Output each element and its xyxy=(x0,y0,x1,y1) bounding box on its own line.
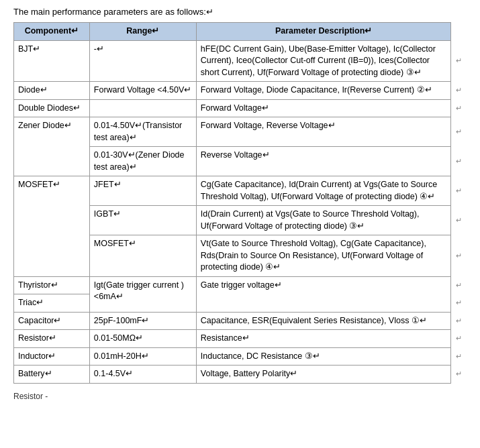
param-thyristor: Gate trigger voltage↵ xyxy=(196,276,451,312)
table-row: Capacitor↵ 25pF-100mF↵ Capacitance, ESR(… xyxy=(14,312,467,330)
table-row: Resistor↵ 0.01-50MΩ↵ Resistance↵ ↵ xyxy=(14,330,467,348)
param-diode: Forward Voltage, Diode Capacitance, Ir(R… xyxy=(196,82,451,100)
range-resistor: 0.01-50MΩ↵ xyxy=(89,330,196,348)
arrow-triac: ↵ xyxy=(451,294,467,313)
param-battery: Voltage, Battery Polarity↵ xyxy=(196,366,451,384)
component-inductor: Inductor↵ xyxy=(14,347,90,366)
header-param: Parameter Description↵ xyxy=(196,23,451,41)
param-zener-2: Reverse Voltage↵ xyxy=(196,147,451,176)
header-component: Component↵ xyxy=(14,23,90,41)
range-diode: Forward Voltage <4.50V↵ xyxy=(89,82,196,100)
header-range: Range↵ xyxy=(89,23,196,41)
bottom-text: Resistor - xyxy=(13,392,48,401)
component-double-diodes: Double Diodes↵ xyxy=(14,99,90,117)
table-row: Thyristor↵ Igt(Gate trigger current )<6m… xyxy=(14,276,467,294)
range-capacitor: 25pF-100mF↵ xyxy=(89,312,196,330)
range-double-diodes xyxy=(89,99,196,117)
table-row: Inductor↵ 0.01mH-20H↵ Inductance, DC Res… xyxy=(14,347,467,366)
component-capacitor: Capacitor↵ xyxy=(14,312,90,330)
component-battery: Battery↵ xyxy=(14,366,90,384)
range-thyristor: Igt(Gate trigger current )<6mA↵ xyxy=(89,276,196,312)
param-resistor: Resistance↵ xyxy=(196,330,451,348)
arrow-diode: ↵ xyxy=(451,82,467,100)
header-arrow xyxy=(451,23,467,41)
arrow-zener-2: ↵ xyxy=(451,147,467,176)
range-zener-2: 0.01-30V↵(Zener Diode test area)↵ xyxy=(89,147,196,176)
table-row: BJT↵ -↵ hFE(DC Current Gain), Ube(Base-E… xyxy=(14,40,467,82)
range-inductor: 0.01mH-20H↵ xyxy=(89,347,196,366)
param-zener-1: Forward Voltage, Reverse Voltage↵ xyxy=(196,117,451,147)
intro-text: The main performance parameters are as f… xyxy=(13,7,467,17)
component-thyristor: Thyristor↵ xyxy=(14,276,90,294)
arrow-bjt: ↵ xyxy=(451,40,467,82)
table-row: Battery↵ 0.1-4.5V↵ Voltage, Battery Pola… xyxy=(14,366,467,384)
table-row: Double Diodes↵ Forward Voltage↵ ↵ xyxy=(14,99,467,117)
range-jfet: JFET↵ xyxy=(89,176,196,206)
arrow-inductor: ↵ xyxy=(451,347,467,366)
arrow-double-diodes: ↵ xyxy=(451,99,467,117)
component-bjt: BJT↵ xyxy=(14,40,90,82)
component-mosfet: MOSFET↵ xyxy=(14,176,90,277)
bottom-bar: Resistor - xyxy=(13,392,467,401)
arrow-battery: ↵ xyxy=(451,366,467,384)
range-bjt: -↵ xyxy=(89,40,196,82)
param-bjt: hFE(DC Current Gain), Ube(Base-Emitter V… xyxy=(196,40,451,82)
param-double-diodes: Forward Voltage↵ xyxy=(196,99,451,117)
range-igbt: IGBT↵ xyxy=(89,206,196,235)
table-row: MOSFET↵ JFET↵ Cg(Gate Capacitance), Id(D… xyxy=(14,176,467,206)
table-row: Zener Diode↵ 0.01-4.50V↵(Transistor test… xyxy=(14,117,467,147)
arrow-mosfet: ↵ xyxy=(451,235,467,277)
param-mosfet: Vt(Gate to Source Threshold Voltag), Cg(… xyxy=(196,235,451,277)
range-mosfet: MOSFET↵ xyxy=(89,235,196,277)
component-triac: Triac↵ xyxy=(14,294,90,313)
arrow-thyristor: ↵ xyxy=(451,276,467,294)
param-jfet: Cg(Gate Capacitance), Id(Drain Current) … xyxy=(196,176,451,206)
arrow-jfet: ↵ xyxy=(451,176,467,206)
component-zener: Zener Diode↵ xyxy=(14,117,90,176)
component-diode: Diode↵ xyxy=(14,82,90,100)
range-zener-1: 0.01-4.50V↵(Transistor test area)↵ xyxy=(89,117,196,147)
table-row: Diode↵ Forward Voltage <4.50V↵ Forward V… xyxy=(14,82,467,100)
arrow-resistor: ↵ xyxy=(451,330,467,348)
arrow-zener-1: ↵ xyxy=(451,117,467,147)
range-battery: 0.1-4.5V↵ xyxy=(89,366,196,384)
arrow-igbt: ↵ xyxy=(451,206,467,235)
arrow-capacitor: ↵ xyxy=(451,312,467,330)
param-capacitor: Capacitance, ESR(Equivalent Series Resis… xyxy=(196,312,451,330)
param-igbt: Id(Drain Current) at Vgs(Gate to Source … xyxy=(196,206,451,235)
param-inductor: Inductance, DC Resistance ③↵ xyxy=(196,347,451,366)
component-resistor: Resistor↵ xyxy=(14,330,90,348)
parameters-table: Component↵ Range↵ Parameter Description↵… xyxy=(13,22,467,384)
